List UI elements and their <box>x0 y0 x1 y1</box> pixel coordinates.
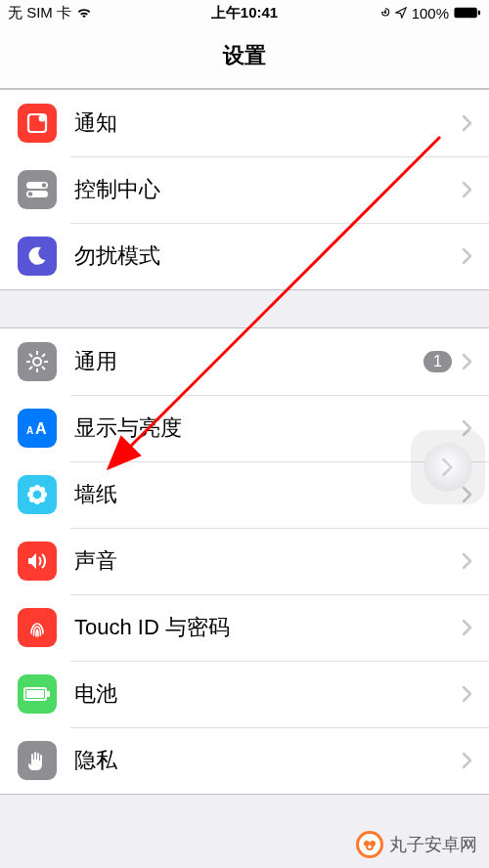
assistive-touch-button[interactable] <box>411 430 485 504</box>
row-label: 勿扰模式 <box>74 241 462 271</box>
svg-text:A: A <box>26 425 33 436</box>
svg-point-4 <box>39 115 46 122</box>
svg-point-25 <box>39 487 45 493</box>
badge-count: 1 <box>423 351 452 372</box>
chevron-right-icon <box>462 181 473 198</box>
row-label: 墙纸 <box>74 480 462 509</box>
chevron-right-icon <box>462 247 473 265</box>
notifications-icon <box>18 104 57 143</box>
watermark: 丸子安卓网 <box>356 831 477 858</box>
assistive-touch-inner <box>424 444 471 491</box>
chevron-right-icon <box>462 685 473 703</box>
svg-point-8 <box>28 192 33 196</box>
svg-line-16 <box>29 367 32 369</box>
row-dnd[interactable]: 勿扰模式 <box>0 223 489 289</box>
row-label: 控制中心 <box>74 175 462 204</box>
chevron-right-icon <box>462 114 473 132</box>
settings-group-2: 通用 1 AA 显示与亮度 墙纸 声音 Touch ID 与密码 电池 <box>0 327 489 795</box>
settings-group-1: 通知 控制中心 勿扰模式 <box>0 89 489 290</box>
chevron-right-icon <box>462 353 473 370</box>
fingerprint-icon <box>18 608 57 647</box>
svg-line-15 <box>42 367 45 369</box>
svg-rect-30 <box>26 690 44 698</box>
row-label: Touch ID 与密码 <box>74 613 462 642</box>
row-touchid[interactable]: Touch ID 与密码 <box>0 594 489 661</box>
chevron-right-icon <box>462 619 473 636</box>
row-label: 通用 <box>74 347 423 376</box>
svg-rect-0 <box>383 12 385 14</box>
svg-point-6 <box>42 183 47 188</box>
row-notifications[interactable]: 通知 <box>0 90 489 156</box>
svg-rect-1 <box>454 8 476 18</box>
moon-icon <box>18 237 57 276</box>
svg-text:A: A <box>35 420 47 437</box>
toggles-icon <box>18 170 57 209</box>
svg-point-27 <box>39 497 45 502</box>
hand-icon <box>18 741 57 780</box>
flower-icon <box>18 475 57 514</box>
svg-point-24 <box>29 487 35 493</box>
location-icon <box>395 7 407 19</box>
speaker-icon <box>18 542 57 581</box>
row-general[interactable]: 通用 1 <box>0 328 489 395</box>
row-label: 显示与亮度 <box>74 413 462 443</box>
row-control-center[interactable]: 控制中心 <box>0 156 489 223</box>
svg-rect-31 <box>47 691 50 697</box>
text-size-icon: AA <box>18 409 57 448</box>
svg-point-28 <box>34 492 40 498</box>
svg-point-26 <box>29 497 35 502</box>
row-sound[interactable]: 声音 <box>0 528 489 594</box>
battery-pct: 100% <box>412 5 449 22</box>
watermark-text: 丸子安卓网 <box>389 833 477 856</box>
carrier-text: 无 SIM 卡 <box>8 4 71 22</box>
row-label: 通知 <box>74 108 462 138</box>
svg-rect-2 <box>478 11 480 16</box>
svg-line-14 <box>29 354 32 357</box>
chevron-right-icon <box>462 752 473 769</box>
status-bar: 无 SIM 卡 上午10:41 100% <box>0 0 489 25</box>
row-battery[interactable]: 电池 <box>0 661 489 727</box>
battery-icon <box>454 7 481 19</box>
row-privacy[interactable]: 隐私 <box>0 727 489 794</box>
page-title: 设置 <box>0 25 489 89</box>
svg-point-9 <box>33 358 41 366</box>
chevron-right-icon <box>462 552 473 570</box>
row-label: 声音 <box>74 546 462 576</box>
row-label: 电池 <box>74 679 462 709</box>
row-label: 隐私 <box>74 746 462 775</box>
orientation-lock-icon <box>380 7 390 19</box>
svg-line-17 <box>42 354 45 357</box>
battery-icon <box>18 674 57 714</box>
watermark-logo-icon <box>356 831 383 858</box>
wifi-icon <box>76 7 92 19</box>
gear-icon <box>18 342 57 381</box>
